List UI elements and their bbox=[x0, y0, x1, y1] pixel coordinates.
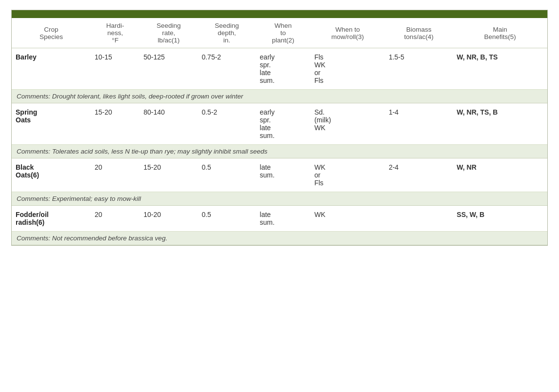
table-cell: 10-20 bbox=[140, 206, 198, 232]
table-cell: W, NR, TS, B bbox=[453, 103, 547, 145]
table-cell: latesum. bbox=[256, 158, 311, 192]
comment-row: Comments: Drought tolerant, likes light … bbox=[12, 90, 547, 103]
col-when-to-mow: When tomow/roll(3) bbox=[310, 18, 384, 48]
table-row: Barley10-1550-1250.75-2earlyspr.latesum.… bbox=[12, 48, 547, 90]
table-cell: 15-20 bbox=[91, 103, 140, 145]
table-row: SpringOats15-2080-1400.5-2earlyspr.lates… bbox=[12, 103, 547, 145]
table-cell: 1.5-5 bbox=[385, 48, 453, 90]
comment-row: Comments: Tolerates acid soils, less N t… bbox=[12, 145, 547, 158]
table-cell: Sd.(milk)WK bbox=[310, 103, 384, 145]
table-cell: Barley bbox=[12, 48, 91, 90]
table-cell: BlackOats(6) bbox=[12, 158, 91, 192]
table-row: Fodder/oilradish(6)2010-200.5latesum.WKS… bbox=[12, 206, 547, 232]
table-cell: WK bbox=[310, 206, 384, 232]
table-cell bbox=[385, 206, 453, 232]
table-cell: 10-15 bbox=[91, 48, 140, 90]
column-headers: CropSpecies Hardi-ness,°F Seedingrate,lb… bbox=[12, 18, 547, 48]
table-cell: 20 bbox=[91, 158, 140, 192]
main-table-wrapper: CropSpecies Hardi-ness,°F Seedingrate,lb… bbox=[11, 10, 548, 246]
table-cell: 2-4 bbox=[385, 158, 453, 192]
table-cell: FlsWKorFls bbox=[310, 48, 384, 90]
table-cell: 0.5 bbox=[198, 158, 256, 192]
col-main-benefits: MainBenefits(5) bbox=[453, 18, 547, 48]
table-cell: 0.5 bbox=[198, 206, 256, 232]
col-crop-species: CropSpecies bbox=[12, 18, 91, 48]
comment-row: Comments: Experimental; easy to mow-kill bbox=[12, 192, 547, 206]
comment-cell: Comments: Drought tolerant, likes light … bbox=[12, 90, 547, 103]
table-cell: 0.75-2 bbox=[198, 48, 256, 90]
table-cell: SpringOats bbox=[12, 103, 91, 145]
table-cell: Fodder/oilradish(6) bbox=[12, 206, 91, 232]
col-seeding-depth: Seedingdepth,in. bbox=[198, 18, 256, 48]
table-title bbox=[12, 10, 547, 18]
table-cell: 0.5-2 bbox=[198, 103, 256, 145]
table-cell: 20 bbox=[91, 206, 140, 232]
table-cell: latesum. bbox=[256, 206, 311, 232]
table-cell: W, NR, B, TS bbox=[453, 48, 547, 90]
comment-cell: Comments: Tolerates acid soils, less N t… bbox=[12, 145, 547, 158]
table-cell: W, NR bbox=[453, 158, 547, 192]
table-cell: SS, W, B bbox=[453, 206, 547, 232]
comment-row: Comments: Not recommended before brassic… bbox=[12, 232, 547, 245]
col-when-to-plant: Whentoplant(2) bbox=[256, 18, 311, 48]
comment-cell: Comments: Experimental; easy to mow-kill bbox=[12, 192, 547, 206]
table-cell: 1-4 bbox=[385, 103, 453, 145]
table-cell: earlyspr.latesum. bbox=[256, 48, 311, 90]
col-hardiness: Hardi-ness,°F bbox=[91, 18, 140, 48]
table-cell: earlyspr.latesum. bbox=[256, 103, 311, 145]
table-cell: 50-125 bbox=[140, 48, 198, 90]
col-biomass: Biomasstons/ac(4) bbox=[385, 18, 453, 48]
table-cell: WKorFls bbox=[310, 158, 384, 192]
table-cell: 80-140 bbox=[140, 103, 198, 145]
table-row: BlackOats(6)2015-200.5latesum.WKorFls2-4… bbox=[12, 158, 547, 192]
table-cell: 15-20 bbox=[140, 158, 198, 192]
col-seeding-rate: Seedingrate,lb/ac(1) bbox=[140, 18, 198, 48]
comment-cell: Comments: Not recommended before brassic… bbox=[12, 232, 547, 245]
